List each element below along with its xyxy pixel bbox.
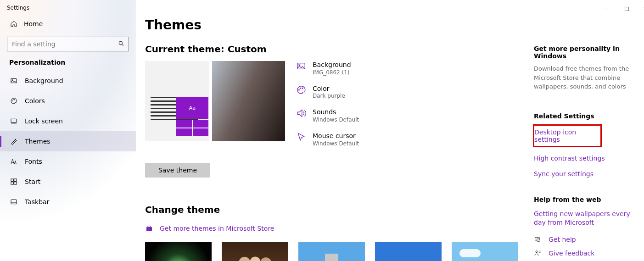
sidebar-item-fonts[interactable]: Fonts	[0, 151, 136, 172]
maximize-button[interactable]: ◻	[624, 5, 630, 12]
taskbar-icon	[10, 198, 17, 205]
store-link[interactable]: Get more themes in Microsoft Store	[145, 224, 274, 233]
home-icon	[10, 20, 17, 28]
sidebar: Settings Home Personalization Background…	[0, 0, 136, 261]
theme-thumb[interactable]	[298, 242, 365, 261]
category-label: Personalization	[0, 59, 136, 71]
svg-rect-10	[14, 179, 17, 181]
related-link-sync[interactable]: Sync your settings	[534, 170, 635, 178]
svg-point-0	[119, 41, 122, 44]
theme-thumbnails	[145, 242, 520, 261]
theme-thumb[interactable]	[145, 242, 212, 261]
preview-wallpaper	[212, 61, 285, 141]
right-panel: — ◻ › Get more personality in Windows Do…	[534, 11, 644, 261]
give-feedback-link[interactable]: Give feedback	[534, 250, 635, 257]
main-content: Themes Current theme: Custom Aa Backgrou…	[136, 0, 644, 261]
svg-rect-9	[11, 179, 13, 181]
personality-heading: Get more personality in Windows	[534, 45, 635, 60]
svg-rect-13	[11, 200, 17, 204]
window-title: Settings	[0, 0, 136, 16]
lock-screen-icon	[10, 117, 17, 125]
fonts-icon	[10, 158, 17, 165]
related-link-high-contrast[interactable]: High contrast settings	[534, 155, 635, 162]
svg-point-20	[536, 250, 538, 252]
feedback-icon	[534, 250, 541, 257]
svg-rect-11	[11, 182, 13, 184]
search-container	[7, 37, 129, 51]
sidebar-item-taskbar[interactable]: Taskbar	[0, 192, 136, 212]
preview-desktop: Aa	[145, 61, 209, 141]
cursor-icon	[296, 132, 306, 142]
page-title: Themes	[145, 17, 520, 33]
sidebar-item-background[interactable]: Background	[0, 71, 136, 91]
chat-icon	[534, 236, 541, 243]
svg-rect-12	[14, 182, 17, 184]
svg-line-1	[122, 44, 123, 46]
theme-thumb[interactable]	[222, 242, 288, 261]
sidebar-item-themes[interactable]: Themes	[0, 131, 136, 151]
home-label: Home	[24, 20, 43, 28]
theme-thumb[interactable]	[375, 242, 442, 261]
svg-point-4	[12, 100, 12, 101]
picture-icon	[296, 61, 306, 71]
picture-icon	[10, 77, 17, 84]
search-icon	[118, 40, 124, 47]
sidebar-item-colors[interactable]: Colors	[0, 91, 136, 111]
svg-point-6	[14, 100, 15, 100]
minimize-button[interactable]: —	[604, 5, 610, 12]
theme-option-sounds[interactable]: SoundsWindows Default	[296, 108, 359, 124]
svg-point-17	[299, 89, 300, 90]
sidebar-item-start[interactable]: Start	[0, 172, 136, 192]
theme-option-cursor[interactable]: Mouse cursorWindows Default	[296, 132, 359, 148]
palette-icon	[10, 97, 17, 105]
preview-tile: Aa	[176, 97, 208, 119]
theme-thumb[interactable]	[452, 242, 518, 261]
current-theme-label: Current theme: Custom	[145, 44, 520, 55]
svg-point-5	[13, 100, 13, 100]
palette-icon	[296, 85, 306, 95]
svg-point-19	[302, 88, 303, 89]
related-heading: Related Settings	[534, 112, 635, 120]
personality-text: Download free themes from the Microsoft …	[534, 64, 635, 91]
theme-preview: Aa	[145, 61, 285, 141]
change-theme-heading: Change theme	[145, 204, 520, 215]
theme-option-color[interactable]: ColorDark purple	[296, 85, 359, 100]
svg-point-18	[300, 88, 301, 89]
sound-icon	[296, 108, 306, 118]
home-nav[interactable]: Home	[0, 16, 136, 32]
sidebar-item-lock-screen[interactable]: Lock screen	[0, 111, 136, 131]
save-theme-button[interactable]: Save theme	[145, 163, 210, 178]
related-link-desktop-icons[interactable]: Desktop icon settings	[533, 124, 602, 147]
help-link-wallpapers[interactable]: Getting new wallpapers every day from Mi…	[534, 210, 635, 228]
help-heading: Help from the web	[534, 196, 635, 203]
theme-option-background[interactable]: BackgroundIMG_0862 (1)	[296, 61, 359, 77]
svg-rect-7	[11, 119, 17, 122]
themes-icon	[10, 138, 17, 145]
svg-point-16	[299, 64, 300, 66]
get-help-link[interactable]: Get help	[534, 236, 635, 243]
start-icon	[10, 178, 17, 185]
store-icon	[145, 224, 153, 233]
search-input[interactable]	[7, 37, 129, 51]
